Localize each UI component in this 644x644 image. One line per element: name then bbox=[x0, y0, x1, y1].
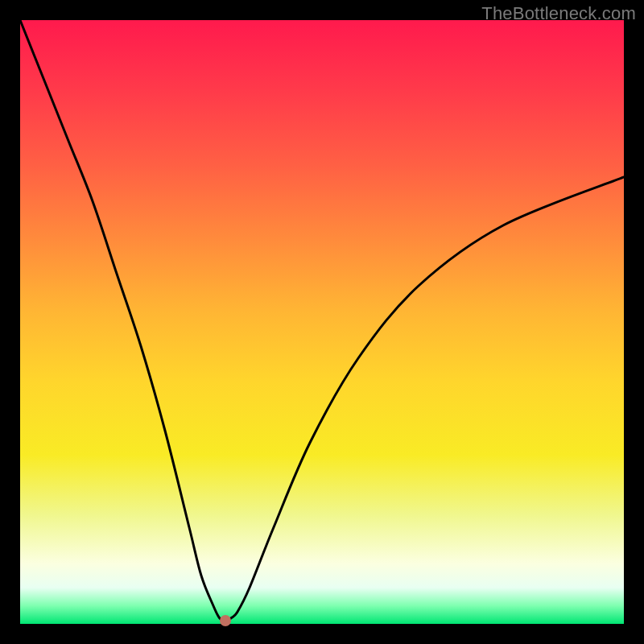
plot-area bbox=[20, 20, 624, 624]
min-marker bbox=[220, 615, 231, 626]
bottleneck-curve bbox=[20, 20, 624, 624]
watermark-text: TheBottleneck.com bbox=[481, 3, 636, 24]
chart-frame: TheBottleneck.com bbox=[0, 0, 644, 644]
